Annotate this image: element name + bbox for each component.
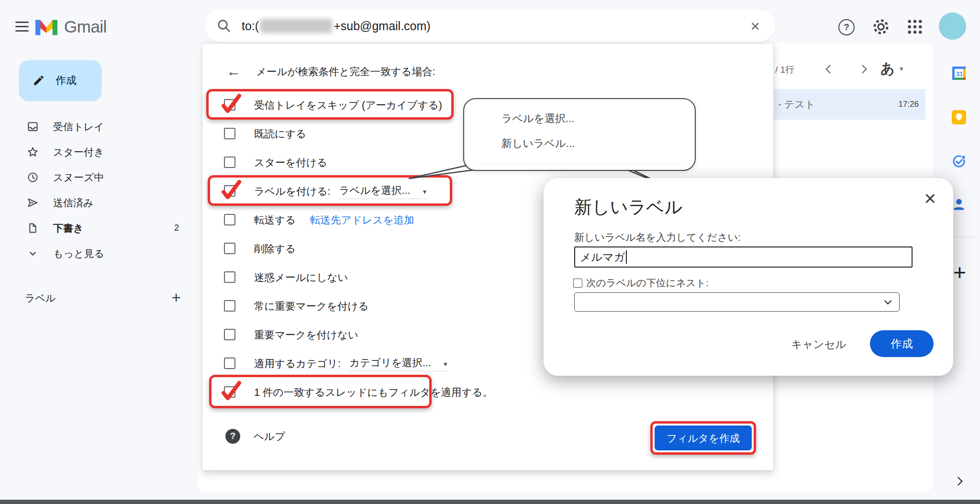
email-subject: - テスト xyxy=(778,98,815,111)
nest-under-checkbox-row[interactable]: 次のラベルの下位にネスト: xyxy=(573,276,709,290)
filter-checkbox[interactable] xyxy=(224,271,235,283)
svg-text:31: 31 xyxy=(956,70,963,78)
label-name-input[interactable]: メルマガ xyxy=(574,246,913,268)
menu-divider xyxy=(479,163,680,164)
calendar-icon[interactable]: 31 xyxy=(950,65,968,82)
help-filled-icon[interactable]: ? xyxy=(225,429,240,444)
side-panel-divider xyxy=(953,237,976,237)
cancel-button[interactable]: キャンセル xyxy=(783,331,855,357)
search-bar[interactable]: to:( +sub@gmail.com) × xyxy=(204,10,775,42)
filter-panel-header: ← メールが検索条件と完全一致する場合: xyxy=(202,61,773,82)
filter-option-label: 1 件の一致するスレッドにもフィルタを適用する。 xyxy=(254,385,493,399)
search-input[interactable]: to:( +sub@gmail.com) xyxy=(242,19,431,33)
tasks-icon[interactable] xyxy=(950,152,968,169)
side-panel-collapse-icon[interactable] xyxy=(954,477,962,485)
parent-label-select[interactable] xyxy=(574,292,900,312)
sidebar-item-label: スヌーズ中 xyxy=(53,171,104,184)
input-method-label: あ xyxy=(880,59,895,78)
triangle-down-icon: ▼ xyxy=(899,66,904,72)
sidebar-item-label: 下書き xyxy=(53,222,84,235)
filter-option-label: 転送する xyxy=(254,213,296,227)
filter-checkbox[interactable] xyxy=(224,128,235,139)
sidebar-item-sent[interactable]: 送信済み xyxy=(0,190,191,215)
label-name-prompt: 新しいラベル名を入力してください: xyxy=(574,231,741,244)
filter-option-row: 1 件の一致するスレッドにもフィルタを適用する。 xyxy=(202,378,773,406)
apps-grid-icon[interactable] xyxy=(907,19,923,35)
app-title: Gmail xyxy=(64,17,107,36)
send-icon xyxy=(27,197,39,209)
create-filter-button[interactable]: フィルタを作成 xyxy=(655,426,752,450)
gmail-window: Gmail to:( +sub@gmail.com) × ? 作成 受信トレイス… xyxy=(0,0,980,504)
email-time: 17:26 xyxy=(898,100,919,109)
gmail-logo: Gmail xyxy=(35,17,107,36)
filter-checkbox[interactable] xyxy=(224,99,235,111)
close-icon[interactable]: × xyxy=(924,189,936,209)
filter-checkbox[interactable] xyxy=(224,185,235,197)
input-method-selector[interactable]: あ ▼ xyxy=(880,59,904,78)
labels-title: ラベル xyxy=(25,291,56,305)
create-label-button[interactable]: 作成 xyxy=(870,330,934,357)
nest-checkbox[interactable] xyxy=(573,279,582,288)
sidebar-nav: 受信トレイスター付きスヌーズ中送信済み下書き2もっと見る xyxy=(0,114,191,266)
search-query-suffix: +sub@gmail.com) xyxy=(334,19,431,33)
chevron-down-icon xyxy=(884,297,892,305)
filter-checkbox[interactable] xyxy=(224,214,235,225)
filter-checkbox[interactable] xyxy=(224,243,235,254)
sidebar-item-inbox[interactable]: 受信トレイ xyxy=(0,114,191,139)
text-cursor xyxy=(626,250,627,264)
filter-checkbox[interactable] xyxy=(224,358,235,369)
compose-button[interactable]: 作成 xyxy=(19,60,101,101)
draft-icon xyxy=(27,222,39,234)
triangle-down-icon: ▼ xyxy=(443,361,448,368)
label-dropdown-callout: ラベルを選択...新しいラベル... xyxy=(463,98,696,171)
dialog-title: 新しいラベル xyxy=(574,195,682,219)
row-count-label: / 1行 xyxy=(775,64,794,76)
filter-checkbox[interactable] xyxy=(224,157,235,168)
help-icon[interactable]: ? xyxy=(838,19,855,35)
sidebar-item-label: 送信済み xyxy=(53,196,94,210)
sidebar-item-snoozed[interactable]: スヌーズ中 xyxy=(0,165,191,190)
gmail-m-icon xyxy=(35,18,57,35)
clock-icon xyxy=(27,171,39,183)
filter-option-label: 迷惑メールにしない xyxy=(254,270,348,284)
masked-address-segment xyxy=(260,19,332,33)
filter-checkbox[interactable] xyxy=(224,329,235,340)
filter-option-label: 重要マークを付けない xyxy=(254,328,358,342)
sidebar-item-drafts[interactable]: 下書き2 xyxy=(0,215,191,241)
get-addons-icon[interactable]: + xyxy=(953,261,966,283)
filter-checkbox[interactable] xyxy=(224,300,235,312)
filter-option-label: 削除する xyxy=(254,242,296,256)
star-icon xyxy=(27,146,39,158)
keep-icon[interactable] xyxy=(950,109,968,126)
back-arrow-icon[interactable]: ← xyxy=(226,64,241,78)
inbox-icon xyxy=(27,121,39,133)
pencil-icon xyxy=(33,74,45,87)
label-menu-item[interactable]: ラベルを選択... xyxy=(501,112,574,126)
clear-search-icon[interactable]: × xyxy=(750,18,760,34)
filter-option-label: 受信トレイをスキップ (アーカイブする) xyxy=(254,98,442,112)
help-label: ヘルプ xyxy=(254,429,285,443)
main-menu-icon[interactable] xyxy=(15,22,29,32)
sidebar-item-more[interactable]: もっと見る xyxy=(0,241,191,266)
add-forward-address-link[interactable]: 転送先アドレスを追加 xyxy=(310,213,414,227)
filter-option-label: 既読にする xyxy=(254,127,306,141)
search-query-prefix: to:( xyxy=(242,19,259,33)
filter-option-label: ラベルを付ける: xyxy=(254,184,331,198)
bottom-edge-bar xyxy=(0,500,980,504)
email-list-row[interactable]: - テスト 17:26 xyxy=(773,89,925,120)
compose-label: 作成 xyxy=(56,73,77,88)
filter-option-label: 適用するカテゴリ: xyxy=(254,357,341,370)
add-label-icon[interactable]: + xyxy=(171,288,181,307)
label-menu-item[interactable]: 新しいラベル... xyxy=(501,136,575,151)
filter-option-dropdown[interactable]: カテゴリを選択...▼ xyxy=(349,356,448,371)
sidebar-item-count: 2 xyxy=(174,223,179,233)
sidebar-item-label: もっと見る xyxy=(53,247,104,260)
filter-panel-title: メールが検索条件と完全一致する場合: xyxy=(256,65,435,78)
filter-panel-footer: ? ヘルプ xyxy=(202,421,285,451)
settings-gear-icon[interactable] xyxy=(872,18,890,36)
filter-checkbox[interactable] xyxy=(224,386,235,398)
sidebar-item-label: 受信トレイ xyxy=(53,120,104,134)
sidebar-item-starred[interactable]: スター付き xyxy=(0,139,191,165)
labels-section-header: ラベル + xyxy=(0,286,191,310)
user-avatar[interactable] xyxy=(939,12,966,40)
